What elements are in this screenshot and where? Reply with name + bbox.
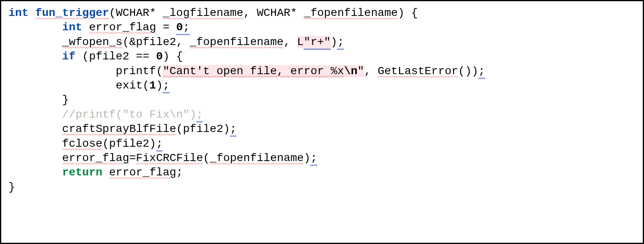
code-line-12: return error_flag; — [8, 166, 183, 179]
string-part-1: "Cant't open file, error %x — [163, 65, 344, 77]
code-line-7: } — [8, 94, 69, 106]
comment-line: //printf("to Fix\n") — [62, 108, 196, 121]
code-line-4: if (pfile2 == 0) { — [8, 50, 183, 63]
var-error-flag: error_flag — [62, 152, 129, 164]
code-line-8: //printf("to Fix\n"); — [8, 108, 203, 122]
fn-exit: exit( — [116, 79, 149, 92]
escape-newline: \n — [344, 65, 358, 77]
fn-getlasterror: GetLastError — [378, 65, 458, 77]
number-zero: 0 — [156, 50, 163, 63]
keyword-if: if — [62, 50, 76, 63]
brace-close: } — [62, 94, 69, 106]
semicolon: ; — [310, 152, 317, 166]
code-line-5: printf("Cant't open file, error %x\n", G… — [8, 65, 485, 79]
param-sep: , WCHAR* — [243, 7, 304, 19]
semicolon: ; — [478, 65, 485, 79]
function-name: fun_trigger — [35, 7, 109, 19]
code-line-9: craftSprayBlfFile(pfile2); — [8, 123, 237, 137]
semicolon: ; — [163, 79, 169, 93]
fn-wfopen: _wfopen_s — [62, 36, 122, 48]
keyword-return: return — [62, 166, 102, 179]
brace-close: } — [8, 181, 15, 193]
wide-prefix: L — [297, 36, 304, 48]
semicolon: ; — [176, 166, 183, 179]
code-line-10: fclose(pfile2); — [8, 138, 163, 152]
fn-fclose: fclose — [62, 138, 102, 150]
arg-fopenfilename: _fopenfilename — [190, 36, 284, 48]
var-error-flag: error_flag — [89, 21, 156, 33]
paren-close: ) { — [398, 7, 418, 19]
code-line-6: exit(1); — [8, 79, 169, 93]
keyword-int: int — [8, 7, 28, 19]
number-one: 1 — [149, 79, 156, 92]
semicolon: ; — [196, 108, 203, 122]
string-part-2: " — [358, 65, 364, 77]
keyword-int: int — [62, 21, 82, 33]
var-error-flag: error_flag — [109, 166, 176, 179]
code-line-3: _wfopen_s(&pfile2, _fopenfilename, L"r+"… — [8, 36, 344, 50]
fn-fixcrc: FixCRCFile — [136, 152, 203, 164]
number-zero: 0 — [176, 21, 183, 35]
paren-open: (WCHAR* — [109, 7, 163, 19]
arg-fopenfilename: _fopenfilename — [210, 152, 304, 164]
args: (&pfile2, — [123, 36, 190, 48]
semicolon: ; — [337, 36, 344, 50]
fn-craftspray: craftSprayBlfFile — [62, 123, 176, 135]
semicolon: ; — [156, 138, 163, 152]
code-frame: int fun_trigger(WCHAR* _logfilename, WCH… — [0, 0, 644, 244]
code-line-13: } — [8, 181, 15, 193]
code-line-1: int fun_trigger(WCHAR* _logfilename, WCH… — [8, 7, 418, 19]
semicolon: ; — [183, 21, 190, 35]
param-2: _fopenfilename — [304, 7, 398, 19]
semicolon: ; — [230, 123, 237, 137]
fn-printf: printf( — [116, 65, 163, 77]
param-1: _logfilename — [163, 7, 244, 19]
code-line-11: error_flag=FixCRCFile(_fopenfilename); — [8, 152, 317, 166]
string-literal: "r+" — [304, 36, 330, 50]
code-line-2: int error_flag = 0; — [8, 21, 190, 35]
